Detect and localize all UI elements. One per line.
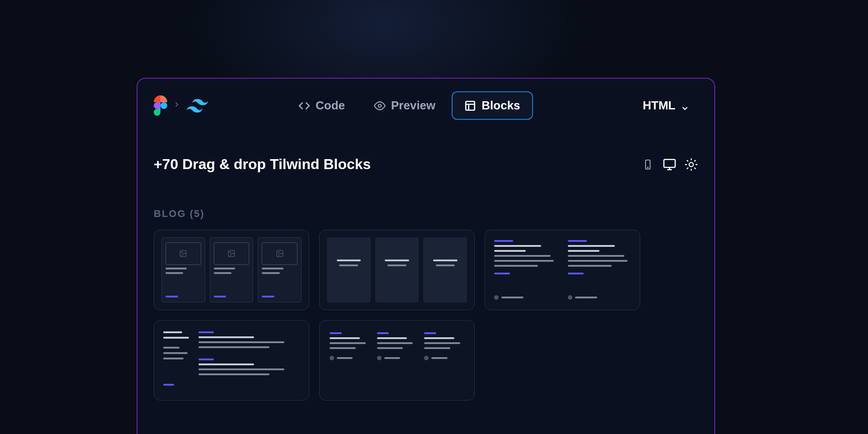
top-bar: Code Preview Blocks HTML	[154, 91, 698, 120]
mobile-view-button[interactable]	[641, 158, 655, 171]
svg-line-17	[694, 160, 695, 161]
theme-toggle-button[interactable]	[684, 158, 698, 171]
svg-point-21	[230, 252, 231, 253]
block-card-1[interactable]	[154, 230, 309, 310]
svg-point-9	[689, 162, 693, 166]
arrow-right-icon	[173, 100, 181, 111]
view-tabs: Code Preview Blocks	[286, 91, 533, 120]
blocks-grid	[154, 230, 698, 401]
chevron-down-icon	[681, 102, 689, 110]
svg-rect-6	[664, 159, 675, 167]
svg-point-5	[647, 167, 648, 168]
svg-line-16	[687, 168, 688, 169]
tab-code[interactable]: Code	[286, 91, 358, 120]
svg-rect-1	[466, 101, 475, 110]
sub-header: +70 Drag & drop Tilwind Blocks	[154, 156, 698, 173]
tab-preview[interactable]: Preview	[361, 91, 448, 120]
block-card-2[interactable]	[319, 230, 475, 310]
tab-preview-label: Preview	[391, 99, 435, 113]
tab-code-label: Code	[316, 99, 345, 113]
svg-point-23	[278, 252, 279, 253]
svg-point-0	[378, 104, 382, 107]
svg-line-13	[694, 168, 695, 169]
tab-blocks[interactable]: Blocks	[452, 91, 533, 120]
device-toggles	[641, 158, 698, 171]
section-label: BLOG (5)	[154, 208, 698, 220]
code-icon	[298, 100, 310, 112]
svg-line-12	[687, 160, 688, 161]
block-card-3[interactable]	[485, 230, 640, 310]
format-dropdown-value: HTML	[643, 99, 675, 113]
plugin-panel: Code Preview Blocks HTML +70	[137, 78, 715, 434]
block-card-5[interactable]	[319, 320, 475, 401]
svg-point-19	[182, 252, 183, 253]
tab-blocks-label: Blocks	[481, 99, 520, 113]
eye-icon	[374, 100, 386, 112]
figma-icon	[154, 95, 167, 116]
layout-icon	[464, 100, 476, 112]
page-title: +70 Drag & drop Tilwind Blocks	[154, 156, 371, 173]
format-dropdown[interactable]: HTML	[634, 92, 698, 119]
desktop-view-button[interactable]	[663, 158, 676, 171]
block-card-4[interactable]	[154, 320, 309, 401]
logo-group	[154, 95, 209, 116]
tailwind-icon	[186, 99, 209, 113]
